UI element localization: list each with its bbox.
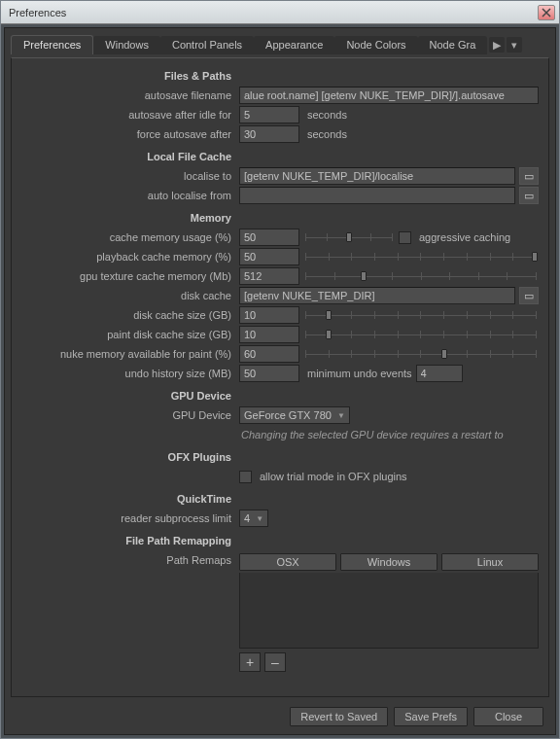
label-cache-mem: cache memory usage (%)	[16, 231, 239, 243]
label-paint-disk-cache: paint disk cache size (GB)	[16, 329, 239, 340]
tab-menu-button[interactable]: ▾	[507, 37, 522, 53]
section-files-paths: Files & Paths	[16, 70, 239, 82]
unit-seconds-2: seconds	[303, 128, 347, 140]
undo-history-input[interactable]	[239, 365, 299, 382]
gpu-device-dropdown[interactable]: GeForce GTX 780 ▼	[239, 406, 350, 424]
remap-tab-linux[interactable]: Linux	[441, 553, 539, 571]
label-gpu-device: GPU Device	[16, 409, 239, 421]
gpu-tex-input[interactable]	[239, 267, 299, 285]
force-autosave-input[interactable]	[239, 125, 299, 143]
label-autosave-filename: autosave filename	[16, 89, 239, 101]
section-quicktime: QuickTime	[16, 493, 239, 505]
window-close-button[interactable]	[538, 5, 555, 20]
tab-control-panels[interactable]: Control Panels	[160, 36, 254, 54]
disk-cache-input[interactable]	[239, 287, 515, 304]
disk-cache-size-input[interactable]	[239, 306, 299, 324]
tab-node-colors[interactable]: Node Colors	[334, 36, 417, 54]
section-gpu: GPU Device	[16, 390, 239, 402]
gpu-tex-slider[interactable]	[305, 269, 537, 283]
section-ofx: OFX Plugins	[16, 451, 239, 463]
label-path-remaps: Path Remaps	[16, 551, 239, 566]
section-local-cache: Local File Cache	[16, 151, 239, 162]
unit-seconds-1: seconds	[303, 109, 347, 121]
nuke-mem-paint-input[interactable]	[239, 345, 299, 363]
autosave-idle-input[interactable]	[239, 106, 299, 123]
remap-tab-windows[interactable]: Windows	[340, 553, 438, 571]
autosave-filename-input[interactable]	[239, 87, 539, 104]
label-disk-cache-size: disk cache size (GB)	[16, 309, 239, 321]
folder-icon: ▭	[524, 290, 534, 302]
label-aggressive: aggressive caching	[415, 231, 510, 243]
localise-to-browse-button[interactable]: ▭	[519, 167, 539, 185]
revert-button[interactable]: Revert to Saved	[290, 707, 388, 726]
allow-trial-checkbox[interactable]	[239, 471, 252, 483]
tab-node-graph[interactable]: Node Gra	[418, 36, 488, 54]
label-playback-cache: playback cache memory (%)	[16, 251, 239, 263]
label-nuke-mem-paint: nuke memory available for paint (%)	[16, 348, 239, 360]
disk-cache-size-slider[interactable]	[305, 308, 537, 322]
reader-sub-dropdown[interactable]: 4 ▼	[239, 510, 268, 527]
label-allow-trial: allow trial mode in OFX plugins	[256, 471, 407, 482]
remap-add-button[interactable]: +	[239, 652, 261, 672]
chevron-down-icon: ▼	[256, 514, 263, 523]
paint-disk-cache-input[interactable]	[239, 326, 299, 343]
window-title: Preferences	[9, 7, 66, 18]
section-memory: Memory	[16, 212, 239, 224]
cache-mem-slider[interactable]	[305, 230, 393, 244]
playback-cache-slider[interactable]	[305, 250, 537, 264]
playback-cache-input[interactable]	[239, 248, 299, 265]
tab-windows[interactable]: Windows	[93, 36, 160, 54]
label-force-autosave: force autosave after	[16, 128, 239, 140]
label-reader-sub: reader subprocess limit	[16, 512, 239, 524]
label-auto-localise-from: auto localise from	[16, 190, 239, 201]
tab-preferences[interactable]: Preferences	[11, 35, 93, 54]
chevron-down-icon: ▼	[337, 411, 345, 420]
tab-scroll-right-button[interactable]: ▶	[489, 37, 505, 53]
label-undo-history: undo history size (MB)	[16, 368, 239, 379]
gpu-device-value: GeForce GTX 780	[244, 409, 332, 421]
auto-localise-from-input[interactable]	[239, 187, 515, 204]
nuke-mem-paint-slider[interactable]	[305, 347, 537, 361]
reader-sub-value: 4	[244, 512, 250, 524]
disk-cache-browse-button[interactable]: ▭	[519, 287, 539, 304]
remap-remove-button[interactable]: –	[264, 652, 286, 672]
close-button[interactable]: Close	[473, 707, 543, 726]
min-undo-input[interactable]	[416, 365, 463, 382]
gpu-hint: Changing the selected GPU device require…	[239, 429, 504, 440]
label-autosave-idle: autosave after idle for	[16, 109, 239, 121]
localise-to-input[interactable]	[239, 167, 515, 185]
folder-icon: ▭	[524, 170, 534, 183]
auto-localise-browse-button[interactable]: ▭	[519, 187, 539, 204]
save-prefs-button[interactable]: Save Prefs	[394, 707, 468, 726]
folder-icon: ▭	[524, 190, 534, 202]
label-localise-to: localise to	[16, 170, 239, 182]
aggressive-caching-checkbox[interactable]	[399, 231, 411, 244]
label-gpu-tex: gpu texture cache memory (Mb)	[16, 270, 239, 282]
section-remap: File Path Remapping	[16, 535, 239, 546]
label-disk-cache: disk cache	[16, 290, 239, 301]
label-min-undo: minimum undo events	[303, 368, 412, 379]
remap-tab-osx[interactable]: OSX	[239, 553, 336, 571]
paint-disk-cache-slider[interactable]	[305, 328, 537, 341]
cache-mem-input[interactable]	[239, 229, 299, 246]
remap-list[interactable]	[239, 573, 539, 649]
tab-appearance[interactable]: Appearance	[254, 36, 334, 54]
